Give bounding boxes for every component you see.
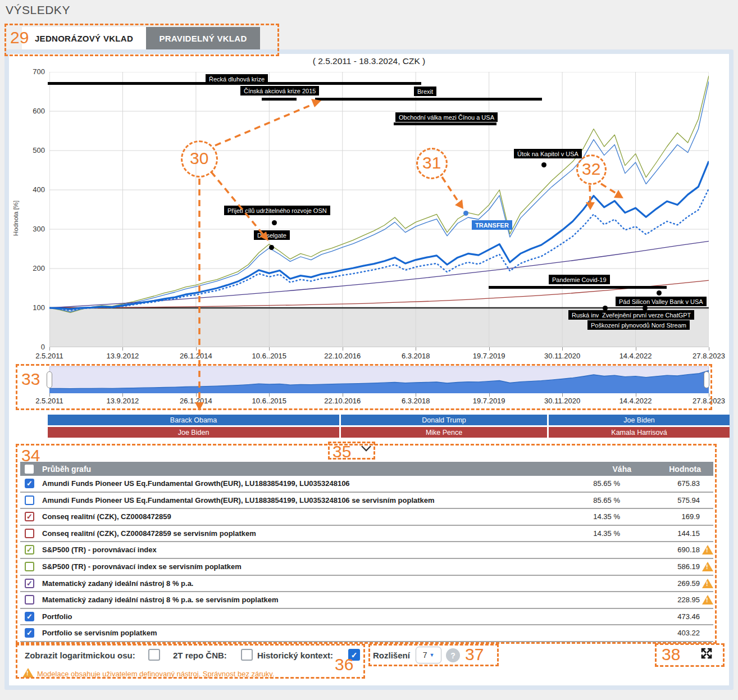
series-name: Conseq realitní (CZK), CZ0008472859 bbox=[42, 512, 171, 521]
series-value: 675.83 bbox=[644, 479, 700, 488]
select-all-checkbox[interactable] bbox=[25, 465, 34, 474]
table-row: ✓Amundi Funds Pioneer US Eq.Fundamental … bbox=[20, 476, 713, 493]
president-segment: Joe Biden bbox=[549, 415, 730, 425]
table-row: ✓Conseq realitní (CZK), CZ000847285914.3… bbox=[20, 509, 713, 526]
help-button[interactable]: ? bbox=[446, 648, 460, 662]
warning-icon: ! bbox=[702, 545, 713, 554]
series-value: 403.22 bbox=[644, 629, 700, 637]
president-segment: Donald Trump bbox=[341, 415, 547, 425]
legend-table-header: Průběh grafu Váha Hodnota bbox=[20, 462, 713, 476]
fullscreen-expand-icon[interactable] bbox=[700, 647, 713, 660]
resolution-dropdown[interactable]: 7 ▼ bbox=[416, 647, 441, 663]
minimap-area-chart bbox=[49, 366, 709, 393]
series-name: Amundi Funds Pioneer US Eq.Fundamental G… bbox=[42, 496, 435, 504]
tab-regular-deposit[interactable]: PRAVIDELNÝ VKLAD bbox=[146, 27, 260, 49]
table-row: Matematický zadaný ideální nástroj 8 % p… bbox=[20, 592, 713, 609]
legend-table-rows: ✓Amundi Funds Pioneer US Eq.Fundamental … bbox=[20, 476, 713, 642]
series-value: 586.19 bbox=[644, 562, 700, 571]
series-value: 144.15 bbox=[644, 529, 700, 538]
series-checkbox[interactable]: ✓ bbox=[25, 512, 34, 521]
president-segment: Kamala Harrisová bbox=[549, 427, 730, 438]
series-name: Portfolio se servisním poplatkem bbox=[42, 629, 157, 637]
series-name: S&P500 (TR) - porovnávací index se servi… bbox=[42, 562, 242, 571]
historical-context-checkbox[interactable]: ✓ bbox=[348, 649, 360, 661]
series-weight: 85.65 % bbox=[564, 479, 620, 488]
tab-one-time-deposit[interactable]: JEDNORÁZOVÝ VKLAD bbox=[22, 27, 146, 49]
column-value-header: Hodnota bbox=[634, 465, 701, 474]
chevron-down-icon[interactable] bbox=[360, 444, 372, 452]
warning-icon: ! bbox=[702, 579, 713, 588]
series-value: 269.59 bbox=[644, 579, 700, 588]
warning-text: Modelace obsahuje uživatelem definovaný … bbox=[37, 670, 275, 678]
repo-checkbox[interactable] bbox=[241, 649, 253, 661]
warning-icon: ! bbox=[22, 668, 34, 678]
president-row: Joe BidenMike PenceKamala Harrisová bbox=[48, 427, 731, 438]
series-checkbox[interactable] bbox=[25, 595, 34, 604]
resolution-value: 7 bbox=[423, 651, 427, 660]
table-row: ✓S&P500 (TR) - porovnávací index690.18! bbox=[20, 542, 713, 559]
resolution-label: Rozlišení bbox=[373, 651, 410, 660]
column-weight-header: Váha bbox=[564, 465, 631, 474]
series-weight: 14.35 % bbox=[564, 529, 620, 538]
series-checkbox[interactable]: ✓ bbox=[25, 628, 34, 638]
warning-icon: ! bbox=[702, 562, 713, 571]
tab-bar: JEDNORÁZOVÝ VKLAD PRAVIDELNÝ VKLAD bbox=[22, 27, 260, 49]
president-bands: Barack ObamaDonald TrumpJoe BidenJoe Bid… bbox=[48, 415, 731, 439]
y-axis-title: Hodnota [%] bbox=[12, 201, 19, 236]
minimap-right-handle[interactable] bbox=[704, 371, 709, 388]
series-checkbox[interactable]: ✓ bbox=[25, 612, 34, 621]
series-checkbox[interactable] bbox=[25, 529, 34, 538]
chevron-down-icon: ▼ bbox=[429, 652, 434, 658]
table-row: ✓Matematický zadaný ideální nástroj 8 % … bbox=[20, 576, 713, 593]
series-value: 228.95 bbox=[644, 596, 700, 604]
column-name-header: Průběh grafu bbox=[42, 465, 91, 474]
help-glyph: ? bbox=[450, 651, 455, 660]
table-row: ✓Portfolio se servisním poplatkem403.22 bbox=[20, 625, 713, 642]
chart-title: ( 2.5.2011 - 18.3.2024, CZK ) bbox=[0, 56, 738, 66]
series-name: Matematický zadaný ideální nástroj 8 % p… bbox=[42, 579, 193, 588]
series-name: S&P500 (TR) - porovnávací index bbox=[42, 546, 157, 554]
results-page: VÝSLEDKY JEDNORÁZOVÝ VKLAD PRAVIDELNÝ VK… bbox=[0, 0, 738, 700]
table-row: S&P500 (TR) - porovnávací index se servi… bbox=[20, 559, 713, 576]
page-title: VÝSLEDKY bbox=[6, 3, 70, 17]
president-segment: Mike Pence bbox=[341, 427, 547, 438]
series-name: Matematický zadaný ideální nástroj 8 % p… bbox=[42, 596, 279, 604]
table-row: Amundi Funds Pioneer US Eq.Fundamental G… bbox=[20, 493, 713, 510]
warning-icon: ! bbox=[702, 595, 713, 604]
series-checkbox[interactable] bbox=[25, 496, 34, 505]
repo-label: 2T repo ČNB: bbox=[173, 651, 227, 660]
president-segment: Joe Biden bbox=[48, 427, 339, 438]
historical-context-label: Historický kontext: bbox=[257, 651, 333, 660]
log-axis-label: Zobrazit logaritmickou osu: bbox=[25, 651, 135, 660]
president-segment: Barack Obama bbox=[48, 415, 339, 425]
series-checkbox[interactable]: ✓ bbox=[25, 479, 34, 488]
series-weight: 85.65 % bbox=[564, 496, 620, 504]
series-value: 575.94 bbox=[644, 496, 700, 504]
log-axis-checkbox[interactable] bbox=[148, 649, 160, 661]
series-value: 473.46 bbox=[644, 612, 700, 621]
table-row: ✓Portfolio473.46 bbox=[20, 609, 713, 626]
series-value: 169.9 bbox=[644, 512, 700, 521]
series-name: Amundi Funds Pioneer US Eq.Fundamental G… bbox=[42, 479, 350, 488]
series-checkbox[interactable]: ✓ bbox=[25, 545, 34, 554]
minimap-left-handle[interactable] bbox=[47, 371, 52, 388]
main-chart[interactable] bbox=[49, 72, 709, 347]
series-checkbox[interactable]: ✓ bbox=[25, 579, 34, 588]
series-weight: 14.35 % bbox=[564, 512, 620, 521]
series-name: Conseq realitní (CZK), CZ0008472859 se s… bbox=[42, 529, 256, 538]
series-name: Portfolio bbox=[42, 612, 72, 621]
president-row: Barack ObamaDonald TrumpJoe Biden bbox=[48, 415, 731, 425]
table-row: Conseq realitní (CZK), CZ0008472859 se s… bbox=[20, 526, 713, 543]
series-checkbox[interactable] bbox=[25, 562, 34, 571]
series-value: 690.18 bbox=[644, 546, 700, 554]
